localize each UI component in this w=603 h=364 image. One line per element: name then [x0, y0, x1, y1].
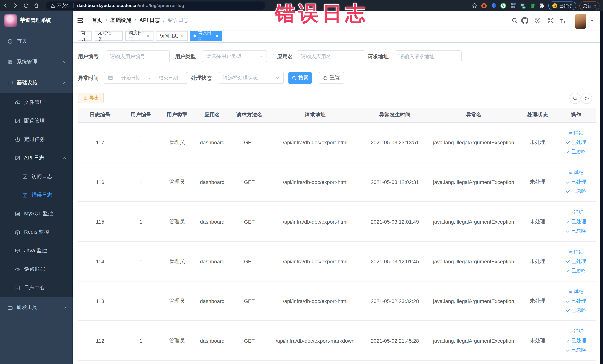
action-processed-link[interactable]: 已处理 [566, 298, 586, 304]
action-processed-link[interactable]: 已处理 [566, 218, 586, 225]
action-detail-link[interactable]: 详细 [568, 169, 584, 176]
cell-log-id: 117 [78, 123, 122, 162]
search-toggle-button[interactable] [569, 93, 580, 104]
tab-错误日志[interactable]: 错误日志 [190, 31, 222, 41]
tab-调度日志[interactable]: 调度日志 [125, 31, 153, 41]
ext-green-v-icon[interactable]: V [500, 2, 506, 9]
browser-update-menu[interactable]: 更新 [579, 1, 599, 10]
help-icon[interactable] [533, 16, 542, 24]
sidebar-item-file[interactable]: 文件管理 [0, 93, 73, 112]
action-detail-link[interactable]: 详细 [568, 209, 584, 216]
tab-label: 定时任务 [98, 30, 114, 42]
error-log-table: 日志编号用户编号用户类型应用名请求方法名请求地址异常发生时间异常名处理状态操作 … [78, 107, 596, 361]
github-icon[interactable] [520, 16, 529, 24]
tab-label: 访问日志 [160, 33, 178, 39]
sidebar-item-access-log[interactable]: 访问日志 [0, 167, 73, 186]
app-name-input[interactable] [297, 50, 365, 62]
browser-reload-icon[interactable] [21, 1, 31, 10]
request-url-input[interactable] [395, 50, 462, 62]
browser-scrollbar[interactable] [600, 11, 603, 364]
reset-button[interactable]: 重置 [319, 72, 344, 84]
menu-fold-icon[interactable] [76, 17, 84, 24]
action-label: 已处理 [571, 298, 586, 304]
action-ignored-link[interactable]: 已忽略 [566, 307, 586, 314]
action-label: 已忽略 [571, 227, 586, 234]
app-logo [4, 14, 17, 26]
cell-exception-name: java.lang.IllegalArgumentException [428, 281, 519, 321]
sidebar-item-infra[interactable]: 基础设施 [0, 72, 73, 93]
close-icon[interactable] [215, 34, 219, 38]
font-size-icon[interactable]: TT [558, 16, 567, 24]
column-header: 异常名 [428, 107, 519, 123]
ext-dark-on-badge-icon[interactable]: on [519, 2, 526, 9]
browser-home-icon[interactable] [31, 1, 42, 10]
tab-定时任务[interactable]: 定时任务 [95, 31, 123, 41]
user-type-select[interactable]: 请选择用户类型 [202, 50, 267, 62]
sidebar-item-log-center[interactable]: 日志中心 [0, 279, 73, 297]
breadcrumb-separator: / [106, 17, 107, 23]
sidebar-item-system[interactable]: 系统管理 [0, 52, 73, 72]
exception-time-range-picker[interactable]: 开始日期 - 结束日期 [104, 72, 187, 84]
browser-profile-chip[interactable]: 已暂停 [548, 1, 576, 10]
app-logo-row[interactable]: 芋道管理系统 [0, 11, 73, 30]
close-icon[interactable] [116, 34, 119, 38]
address-bar[interactable]: 不安全 dashboard.yudao.iocoder.cn /infra/lo… [46, 1, 266, 10]
browser-back-icon[interactable] [0, 1, 10, 10]
breadcrumb-item[interactable]: API 日志 [139, 17, 160, 24]
action-detail-link[interactable]: 详细 [568, 288, 584, 295]
sidebar-item-api-log[interactable]: API 日志 [0, 149, 73, 167]
browser-forward-icon[interactable] [10, 1, 21, 10]
sidebar-item-config[interactable]: 配置管理 [0, 112, 73, 130]
sidebar-item-label: Java 监控 [24, 247, 47, 254]
sidebar-item-mysql[interactable]: MySQL 监控 [0, 204, 73, 223]
ext-blue-shield-icon[interactable] [490, 2, 497, 9]
user-avatar[interactable] [575, 14, 586, 29]
cell-request-url: /api/infra/db-doc/export-html [269, 281, 361, 321]
bookmark-star-icon[interactable] [472, 3, 477, 9]
sidebar-item-java[interactable]: Java 监控 [0, 241, 73, 260]
ext-puzzle-icon[interactable] [539, 2, 545, 9]
fullscreen-icon[interactable] [546, 16, 555, 24]
search-icon[interactable] [510, 16, 519, 24]
cell-exception-time: 2021-05-02 21:45:28 [361, 321, 428, 361]
tab-访问日志[interactable]: 访问日志 [156, 31, 188, 41]
avatar-caret-down-icon[interactable] [590, 19, 594, 23]
action-ignored-link[interactable]: 已忽略 [566, 188, 586, 195]
tab-首页[interactable]: 首页 [78, 31, 92, 41]
ext-orange-ring-icon[interactable] [481, 2, 487, 9]
action-processed-link[interactable]: 已处理 [566, 258, 586, 265]
sidebar-item-redis[interactable]: Redis 监控 [0, 223, 73, 241]
start-date-placeholder: 开始日期 [116, 75, 146, 81]
action-processed-link[interactable]: 已处理 [566, 178, 586, 185]
user-id-input[interactable] [106, 50, 170, 62]
monitor-icon [7, 80, 13, 85]
sidebar-item-error-log[interactable]: 错误日志 [0, 186, 73, 204]
ext-green-leaf-icon[interactable] [529, 2, 535, 9]
breadcrumb-item[interactable]: 首页 [92, 17, 102, 24]
refresh-button[interactable] [581, 93, 592, 104]
tab-label: 调度日志 [129, 30, 145, 42]
action-detail-link[interactable]: 详细 [568, 249, 584, 255]
action-detail-link[interactable]: 详细 [568, 328, 584, 335]
close-icon[interactable] [146, 34, 150, 38]
export-button[interactable]: 导出 [78, 93, 104, 103]
check-icon [566, 308, 570, 312]
action-ignored-link[interactable]: 已忽略 [566, 148, 586, 155]
action-detail-link[interactable]: 详细 [568, 130, 584, 136]
close-icon[interactable] [180, 34, 184, 38]
sidebar-item-dev-tools[interactable]: 研发工具 [0, 297, 73, 318]
sidebar-item-job[interactable]: 定时任务 [0, 130, 73, 149]
action-ignored-link[interactable]: 已忽略 [566, 267, 586, 274]
action-processed-link[interactable]: 已处理 [566, 337, 586, 344]
sidebar-item-tracer[interactable]: 链路追踪 [0, 260, 73, 279]
action-ignored-link[interactable]: 已忽略 [566, 227, 586, 234]
range-separator: - [149, 75, 151, 81]
action-processed-link[interactable]: 已处理 [566, 139, 586, 146]
ext-grid-blue-dot-icon[interactable] [510, 2, 516, 9]
action-ignored-link[interactable]: 已忽略 [566, 347, 586, 353]
column-header: 操作 [556, 107, 596, 123]
search-button[interactable]: 搜索 [289, 72, 312, 84]
process-status-select[interactable]: 请选择处理状态 [219, 72, 284, 84]
breadcrumb-item[interactable]: 基础设施 [110, 17, 131, 24]
sidebar-item-home[interactable]: 首页 [0, 31, 73, 52]
